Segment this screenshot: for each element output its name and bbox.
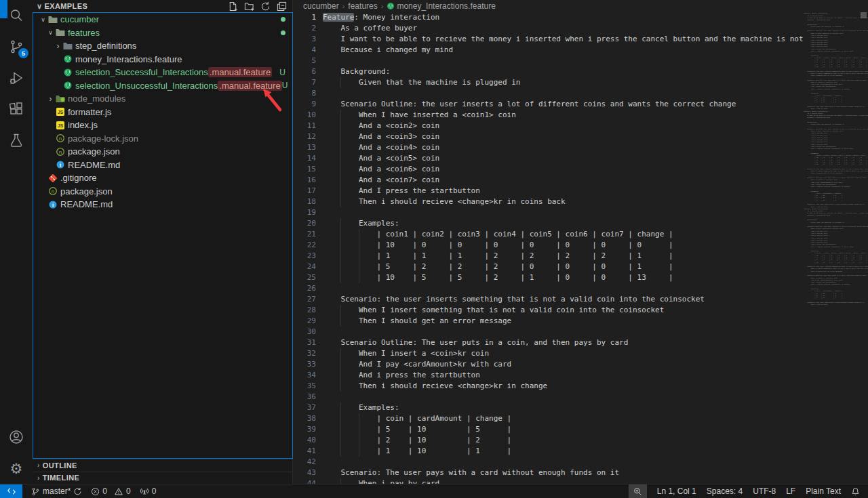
line-number: 7: [294, 77, 316, 88]
zoom-indicator[interactable]: [629, 484, 647, 498]
encoding-setting[interactable]: UTF-8: [753, 486, 776, 496]
language-mode[interactable]: Plain Text: [806, 486, 841, 496]
sync-icon[interactable]: [73, 487, 82, 496]
problems-status[interactable]: 0 0: [91, 486, 130, 496]
outline-panel-header[interactable]: › OUTLINE: [33, 459, 293, 472]
code-line[interactable]: 39 | 5 | 10 | 5 |: [294, 424, 804, 435]
tree-folder-node_modules[interactable]: ›node_modules: [33, 92, 292, 106]
settings-gear-icon[interactable]: ⚙: [0, 453, 33, 484]
code-line[interactable]: 12 And a <coin3> coin: [294, 131, 804, 142]
tree-file-package.json[interactable]: npackage.json: [33, 145, 292, 159]
breadcrumb-folder[interactable]: cucumber: [303, 1, 339, 11]
new-file-icon[interactable]: [228, 1, 238, 12]
code-line[interactable]: 4 Because i changed my mind: [294, 45, 804, 56]
code-line[interactable]: 7 Given that the machine is plugged in: [294, 77, 804, 88]
tree-folder-cucumber[interactable]: ∨cucumber: [33, 13, 292, 26]
code-line[interactable]: 21 | coin1 | coin2 | coin3 | coin4 | coi…: [294, 229, 804, 240]
code-line[interactable]: 1Feature: Money interaction: [294, 12, 804, 23]
line-text: And a <coin2> coin: [316, 121, 439, 131]
code-line[interactable]: 25 | 10 | 5 | 5 | 2 | 1 | 0 | 0 | 13 |: [294, 272, 804, 283]
code-line[interactable]: 37 Examples:: [294, 402, 804, 413]
line-text: And a <coin3> coin: [316, 131, 439, 142]
code-line[interactable]: 34 And i press the startbutton: [294, 370, 804, 381]
tree-item-label: .gitignore: [60, 173, 96, 183]
line-number: 11: [294, 121, 316, 131]
breadcrumb-file[interactable]: money_Interactions.feature: [397, 1, 495, 11]
tree-file-selection_Successful_Interactions[interactable]: selection_Successful_Interactions.manual…: [33, 66, 292, 79]
code-line[interactable]: 27 Scenario: the user inserts something …: [294, 294, 804, 305]
eol-setting[interactable]: LF: [786, 486, 795, 496]
code-line[interactable]: 3 I want to be able to recieve the money…: [294, 34, 804, 45]
code-line[interactable]: 13 And a <coin4> coin: [294, 142, 804, 153]
code-line[interactable]: 17 And I press the startbutton: [294, 186, 804, 196]
tree-folder-features[interactable]: ∨features: [33, 26, 292, 40]
tree-file-.gitignore[interactable]: .gitignore: [33, 171, 292, 185]
line-number: 13: [294, 142, 316, 153]
indentation-setting[interactable]: Spaces: 4: [707, 486, 743, 496]
tree-file-selection_Unsuccessful_Interactions[interactable]: selection_Unsuccessful_Interactions.manu…: [33, 79, 292, 93]
code-line[interactable]: 8: [294, 88, 804, 99]
line-text: And I pay <cardAmount>kr with card: [316, 359, 511, 370]
code-line[interactable]: 42: [294, 457, 804, 468]
code-line[interactable]: 5: [294, 56, 804, 66]
tree-file-README.md[interactable]: iREADME.md: [33, 198, 292, 211]
source-control-icon[interactable]: 5: [0, 31, 33, 62]
code-line[interactable]: 10 When I have inserted a <coin1> coin: [294, 110, 804, 121]
code-line[interactable]: 26: [294, 283, 804, 294]
tree-file-package.json[interactable]: npackage.json: [33, 185, 292, 199]
collapse-all-icon[interactable]: [277, 1, 287, 12]
breadcrumb-folder[interactable]: features: [348, 1, 377, 11]
code-area[interactable]: 1Feature: Money interaction2 As a coffee…: [294, 12, 804, 484]
code-line[interactable]: 41 | 1 | 10 | 1 |: [294, 446, 804, 457]
code-line[interactable]: 16 And a <coin7> coin: [294, 175, 804, 186]
code-line[interactable]: 32 When I insert a <coin>kr coin: [294, 348, 804, 359]
cursor-position[interactable]: Ln 1, Col 1: [657, 486, 696, 496]
code-line[interactable]: 44 When i pay by card: [294, 478, 804, 484]
timeline-panel-header[interactable]: › TIMELINE: [33, 472, 293, 484]
code-line[interactable]: 31 Scenario Outline: The user puts in a …: [294, 337, 804, 348]
code-line[interactable]: 35 Then i should recieve <change>kr in c…: [294, 381, 804, 392]
tree-file-README.md[interactable]: iREADME.md: [33, 159, 292, 172]
explorer-section-title: EXAMPLES: [44, 2, 87, 10]
explorer-section-header[interactable]: ∨ EXAMPLES: [33, 0, 292, 12]
code-line[interactable]: 11 And a <coin2> coin: [294, 121, 804, 131]
code-line[interactable]: 18 Then i should recieve <change>kr in c…: [294, 196, 804, 207]
extensions-icon[interactable]: [0, 94, 33, 125]
tree-file-formatter.js[interactable]: JSformatter.js: [33, 106, 292, 119]
code-line[interactable]: 20 Examples:: [294, 218, 804, 229]
minimap[interactable]: Feature: Money interaction As a coffee b…: [804, 12, 868, 484]
remote-indicator[interactable]: [0, 484, 22, 498]
code-line[interactable]: 15 And a <coin6> coin: [294, 164, 804, 175]
code-line[interactable]: 6 Background:: [294, 66, 804, 77]
code-line[interactable]: 43 Scenario: The user pays with a card w…: [294, 468, 804, 478]
code-line[interactable]: 33 And I pay <cardAmount>kr with card: [294, 359, 804, 370]
code-line[interactable]: 2 As a coffee buyer: [294, 23, 804, 34]
code-line[interactable]: 29 Then I should get an error message: [294, 316, 804, 327]
line-number: 5: [294, 56, 316, 66]
code-line[interactable]: 36: [294, 392, 804, 402]
code-line[interactable]: 9 Scenario Outline: the user inserts a l…: [294, 99, 804, 110]
new-folder-icon[interactable]: [244, 1, 254, 12]
code-line[interactable]: 30: [294, 327, 804, 337]
code-line[interactable]: 28 When I insert something that is not a…: [294, 305, 804, 316]
code-line[interactable]: 24 | 5 | 2 | 2 | 2 | 0 | 0 | 0 | 1 |: [294, 262, 804, 272]
line-text: [316, 207, 323, 218]
tree-folder-step_definitions[interactable]: ›step_definitions: [33, 39, 292, 53]
code-line[interactable]: 23 | 1 | 1 | 1 | 2 | 2 | 2 | 2 | 1 |: [294, 251, 804, 262]
code-line[interactable]: 19: [294, 207, 804, 218]
tree-file-money_Interactions.feature[interactable]: money_Interactions.feature: [33, 53, 292, 66]
file-tree: ∨cucumber∨features›step_definitions mone…: [33, 12, 293, 459]
code-line[interactable]: 14 And a <coin5> coin: [294, 153, 804, 164]
run-and-debug-icon[interactable]: [0, 62, 33, 94]
git-branch-status[interactable]: master*: [31, 486, 82, 496]
tree-file-index.js[interactable]: JSindex.js: [33, 119, 292, 132]
code-line[interactable]: 38 | coin | cardAmount | change |: [294, 413, 804, 424]
testing-icon[interactable]: [0, 125, 33, 156]
notifications-bell[interactable]: [851, 487, 860, 496]
tree-file-package-lock.json[interactable]: npackage-lock.json: [33, 132, 292, 146]
accounts-icon[interactable]: [0, 421, 33, 453]
refresh-icon[interactable]: [260, 1, 271, 12]
code-line[interactable]: 22 | 10 | 0 | 0 | 0 | 0 | 0 | 0 | 0 |: [294, 240, 804, 251]
ports-status[interactable]: 0: [140, 486, 157, 496]
code-line[interactable]: 40 | 2 | 10 | 2 |: [294, 435, 804, 446]
